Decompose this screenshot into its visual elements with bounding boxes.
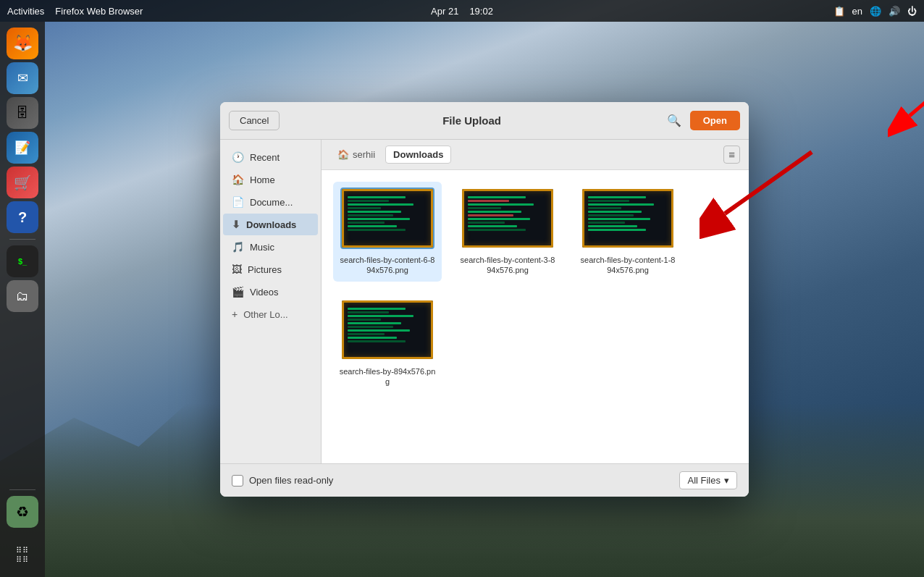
date-label: Apr 21	[431, 6, 458, 17]
add-icon: +	[232, 308, 238, 320]
sidebar-item-home-label: Home	[250, 174, 275, 185]
volume-icon: 🔊	[889, 6, 900, 17]
documents-icon: 📄	[232, 196, 244, 208]
dock-icon-terminal[interactable]: $_	[7, 245, 38, 277]
file-filter-label: All Files	[687, 475, 721, 486]
activities-label[interactable]: Activities	[7, 6, 44, 17]
pathbar-tab-downloads-label: Downloads	[393, 149, 443, 160]
file-grid: search-files-by-content-6-894x576.png	[322, 170, 749, 463]
svg-line-1	[910, 72, 924, 116]
sidebar-item-downloads[interactable]: ⬇ Downloads	[223, 214, 318, 235]
pictures-icon: 🖼	[232, 264, 242, 275]
sidebar-item-videos[interactable]: 🎬 Videos	[223, 281, 318, 303]
file-item-4[interactable]: search-files-by-894x576.png	[333, 293, 442, 393]
dock-separator-2	[9, 489, 35, 490]
dock-icon-email[interactable]: ✉	[7, 62, 38, 94]
file-filter-button[interactable]: All Files ▾	[679, 471, 737, 489]
dialog-overlay: Cancel File Upload 🔍 Open 🕐 Recent 🏠	[45, 22, 924, 577]
view-toggle-button[interactable]: ≡	[723, 146, 740, 164]
file-thumbnail-2	[461, 188, 555, 249]
desktop: Activities Firefox Web Browser Apr 21 19…	[0, 0, 924, 577]
dialog-footer: Open files read-only All Files ▾	[220, 463, 749, 497]
chevron-down-icon: ▾	[724, 475, 729, 486]
browser-label: Firefox Web Browser	[55, 6, 143, 17]
dialog-header: Cancel File Upload 🔍 Open	[220, 102, 749, 140]
dock-icon-help[interactable]: ?	[7, 201, 38, 233]
sidebar-add-label: Other Lo...	[243, 309, 287, 320]
time-label: 19:02	[469, 6, 493, 17]
file-upload-dialog: Cancel File Upload 🔍 Open 🕐 Recent 🏠	[220, 102, 749, 497]
pathbar-tabs: 🏠 serhii Downloads	[330, 146, 451, 164]
file-name-3: search-files-by-content-1-894x576.png	[579, 255, 676, 276]
music-icon: 🎵	[232, 241, 244, 253]
sidebar-item-documents[interactable]: 📄 Docume...	[223, 191, 318, 213]
pathbar-tab-home-label: serhii	[353, 149, 375, 160]
lang-label: en	[852, 6, 862, 17]
red-arrow-annotation	[888, 58, 924, 145]
dock-icon-files[interactable]: 🗄	[7, 97, 38, 129]
sidebar-add-location[interactable]: + Other Lo...	[223, 303, 318, 325]
pathbar-tab-downloads[interactable]: Downloads	[385, 146, 451, 164]
file-thumbnail-3	[581, 188, 675, 249]
file-item-2[interactable]: search-files-by-content-3-894x576.png	[453, 182, 562, 282]
pathbar-tab-home[interactable]: 🏠 serhii	[330, 146, 382, 163]
dock: 🦊 ✉ 🗄 📝 🛒 ? $_ 🗂 ♻ ⠿⠿⠿⠿	[0, 22, 45, 577]
dialog-body: 🕐 Recent 🏠 Home 📄 Docume... ⬇ Downloads	[220, 140, 749, 463]
dock-icon-writer[interactable]: 📝	[7, 132, 38, 164]
home-icon: 🏠	[232, 174, 244, 185]
clipboard-icon: 📋	[833, 6, 845, 17]
dock-icon-firefox[interactable]: 🦊	[7, 28, 38, 59]
dock-separator	[9, 239, 35, 240]
home-tab-icon: 🏠	[337, 149, 349, 160]
file-name-2: search-files-by-content-3-894x576.png	[459, 255, 556, 276]
videos-icon: 🎬	[232, 286, 244, 298]
read-only-checkbox[interactable]	[232, 475, 243, 487]
file-name-1: search-files-by-content-6-894x576.png	[339, 255, 436, 276]
read-only-label: Open files read-only	[249, 475, 333, 486]
network-icon: 🌐	[870, 6, 881, 17]
file-thumbnail-4	[340, 299, 434, 361]
dock-icon-files2[interactable]: 🗂	[7, 280, 38, 312]
dialog-main: 🏠 serhii Downloads ≡	[322, 140, 749, 463]
file-name-4: search-files-by-894x576.png	[339, 366, 436, 387]
dialog-sidebar: 🕐 Recent 🏠 Home 📄 Docume... ⬇ Downloads	[220, 140, 322, 463]
sidebar-item-downloads-label: Downloads	[246, 219, 296, 230]
top-bar: Activities Firefox Web Browser Apr 21 19…	[0, 0, 924, 22]
sidebar-item-recent[interactable]: 🕐 Recent	[223, 146, 318, 168]
sidebar-item-pictures-label: Pictures	[248, 264, 282, 275]
sidebar-item-documents-label: Docume...	[250, 197, 293, 208]
dock-icon-trash[interactable]: ♻	[7, 496, 38, 528]
file-item-1[interactable]: search-files-by-content-6-894x576.png	[333, 182, 442, 282]
sidebar-item-home[interactable]: 🏠 Home	[223, 169, 318, 190]
file-item-3[interactable]: search-files-by-content-1-894x576.png	[574, 182, 682, 282]
search-button[interactable]: 🔍	[664, 111, 684, 130]
sidebar-item-recent-label: Recent	[250, 152, 280, 163]
recent-icon: 🕐	[232, 151, 244, 163]
dialog-title: File Upload	[442, 114, 501, 127]
sidebar-item-music-label: Music	[250, 242, 274, 253]
dock-icon-appstore[interactable]: 🛒	[7, 167, 38, 198]
open-button[interactable]: Open	[690, 111, 740, 130]
downloads-icon: ⬇	[232, 219, 240, 230]
sidebar-item-pictures[interactable]: 🖼 Pictures	[223, 258, 318, 280]
sidebar-item-videos-label: Videos	[250, 287, 279, 298]
dock-icon-apps[interactable]: ⠿⠿⠿⠿	[7, 539, 38, 571]
sidebar-item-music[interactable]: 🎵 Music	[223, 236, 318, 258]
file-thumbnail-1	[340, 188, 434, 249]
power-icon: ⏻	[907, 6, 917, 17]
dialog-pathbar: 🏠 serhii Downloads ≡	[322, 140, 749, 170]
cancel-button[interactable]: Cancel	[229, 111, 280, 130]
read-only-row: Open files read-only	[232, 475, 333, 487]
